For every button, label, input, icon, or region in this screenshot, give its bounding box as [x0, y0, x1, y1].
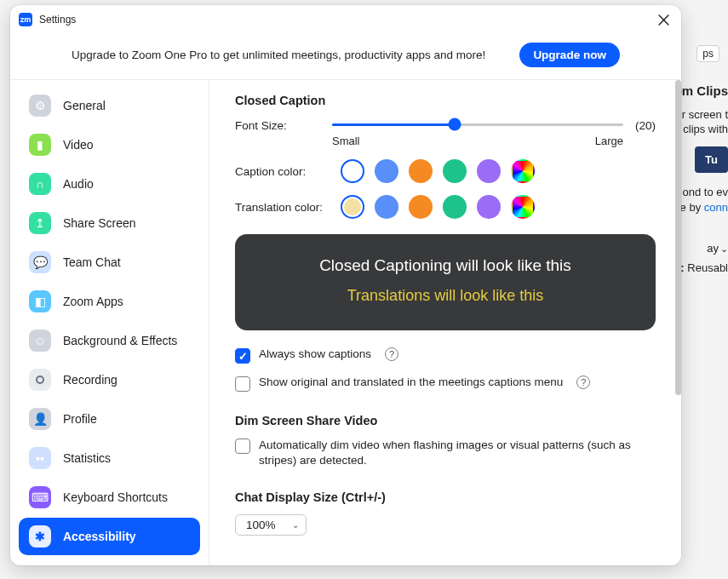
- settings-window: zm Settings Upgrade to Zoom One Pro to g…: [10, 5, 681, 565]
- bg-clips-tab: om Clips: [674, 83, 728, 98]
- sidebar-item-background-effects[interactable]: ☺Background & Effects: [19, 322, 200, 359]
- bg-reusable: t: Reusabl: [677, 261, 728, 274]
- preview-translation-text: Translations will look like this: [252, 287, 639, 305]
- swatch-yellow[interactable]: [341, 195, 364, 219]
- chat-icon: 💬: [29, 251, 51, 273]
- swatch-blue[interactable]: [375, 159, 398, 183]
- sidebar-item-video[interactable]: ▮Video: [19, 126, 200, 163]
- keyboard-icon: ⌨: [29, 486, 51, 508]
- slider-thumb[interactable]: [448, 118, 461, 131]
- font-size-label: Font Size:: [235, 118, 320, 132]
- caption-color-label: Caption color:: [235, 165, 329, 178]
- swatch-custom[interactable]: [511, 195, 535, 219]
- sidebar-item-profile[interactable]: 👤Profile: [19, 400, 200, 438]
- bg-text-2b: e by conn: [680, 201, 728, 214]
- caption-preview: Closed Captioning will look like this Tr…: [235, 234, 656, 330]
- swatch-white[interactable]: [341, 159, 364, 183]
- swatch-violet[interactable]: [477, 159, 501, 183]
- chat-display-size-heading: Chat Display Size (Ctrl+/-): [235, 490, 656, 504]
- auto-dim-checkbox[interactable]: [235, 439, 250, 454]
- statistics-icon: ▪▪: [29, 447, 51, 469]
- swatch-teal[interactable]: [443, 159, 467, 183]
- zoom-icon: zm: [19, 13, 32, 26]
- translation-color-label: Translation color:: [235, 201, 329, 214]
- upgrade-button[interactable]: Upgrade now: [519, 43, 620, 67]
- font-size-slider[interactable]: [332, 118, 623, 131]
- bg-text-1b: clips with: [683, 123, 728, 135]
- swatch-orange[interactable]: [409, 195, 433, 219]
- dim-screen-share-heading: Dim Screen Share Video: [235, 414, 656, 427]
- titlebar: zm Settings: [10, 5, 681, 32]
- sidebar-item-recording[interactable]: Recording: [19, 361, 200, 398]
- sidebar-item-share-screen[interactable]: ↥Share Screen: [19, 204, 200, 242]
- always-show-captions-checkbox[interactable]: [235, 348, 250, 364]
- bg-text-2a: ond to ev: [683, 186, 729, 198]
- bg-day[interactable]: ay⌄: [707, 242, 728, 255]
- apps-icon: ◧: [29, 290, 51, 312]
- headphones-icon: ∩: [29, 173, 51, 195]
- closed-caption-heading: Closed Caption: [235, 94, 656, 107]
- content-pane: Closed Caption Font Size: Small Large (2…: [209, 80, 681, 565]
- help-icon[interactable]: ?: [385, 347, 398, 361]
- slider-min-label: Small: [332, 135, 360, 147]
- sidebar-item-zoom-apps[interactable]: ◧Zoom Apps: [19, 283, 200, 320]
- video-icon: ▮: [29, 134, 51, 156]
- bg-text-1a: r screen t: [682, 108, 728, 121]
- sidebar-item-label: Video: [63, 138, 94, 152]
- slider-max-label: Large: [595, 135, 623, 147]
- chat-display-size-value: 100%: [246, 519, 276, 531]
- auto-dim-label: Automatically dim video when flashing im…: [259, 438, 656, 468]
- font-size-value: (20): [635, 118, 656, 132]
- profile-icon: 👤: [29, 408, 51, 430]
- bg-button[interactable]: Tu: [695, 146, 728, 173]
- swatch-blue[interactable]: [375, 195, 398, 219]
- share-screen-icon: ↥: [29, 212, 51, 234]
- sidebar-item-general[interactable]: ⚙General: [19, 87, 200, 124]
- swatch-violet[interactable]: [477, 195, 501, 219]
- sidebar-item-label: Audio: [63, 177, 94, 191]
- window-title: Settings: [39, 14, 76, 26]
- always-show-captions-label: Always show captions: [259, 347, 371, 360]
- gear-icon: ⚙: [29, 95, 51, 117]
- sidebar-item-label: Team Chat: [63, 255, 121, 269]
- upgrade-banner: Upgrade to Zoom One Pro to get unlimited…: [10, 32, 681, 80]
- close-button[interactable]: [654, 10, 673, 29]
- sidebar-item-accessibility[interactable]: ✱Accessibility: [19, 518, 200, 555]
- swatch-teal[interactable]: [443, 195, 467, 219]
- banner-text: Upgrade to Zoom One Pro to get unlimited…: [72, 49, 485, 61]
- swatch-orange[interactable]: [409, 159, 433, 183]
- sidebar-item-label: Zoom Apps: [63, 295, 123, 308]
- chat-display-size-select[interactable]: 100% ⌄: [235, 514, 307, 536]
- caption-color-swatches: [341, 159, 535, 183]
- sidebar-item-label: Keyboard Shortcuts: [63, 490, 168, 504]
- sidebar-item-team-chat[interactable]: 💬Team Chat: [19, 244, 200, 281]
- show-original-translated-checkbox[interactable]: [235, 376, 250, 392]
- sidebar-item-label: Background & Effects: [63, 334, 177, 347]
- translation-color-swatches: [341, 195, 535, 219]
- chevron-down-icon: ⌄: [292, 520, 299, 530]
- sidebar-item-label: Recording: [63, 373, 118, 387]
- show-original-translated-label: Show original and translated in the meet…: [259, 375, 563, 388]
- recording-icon: [29, 369, 51, 391]
- help-icon[interactable]: ?: [576, 375, 590, 389]
- close-icon: [658, 14, 669, 26]
- bg-badge: ps: [696, 45, 719, 62]
- sidebar-item-label: Profile: [63, 412, 97, 426]
- sidebar-item-label: Share Screen: [63, 216, 136, 230]
- accessibility-icon: ✱: [29, 525, 51, 547]
- sidebar-item-label: General: [63, 99, 106, 112]
- sidebar-item-keyboard-shortcuts[interactable]: ⌨Keyboard Shortcuts: [19, 479, 200, 516]
- scrollbar[interactable]: [675, 80, 681, 395]
- preview-caption-text: Closed Captioning will look like this: [252, 256, 639, 275]
- sidebar-item-audio[interactable]: ∩Audio: [19, 165, 200, 203]
- sidebar-item-statistics[interactable]: ▪▪Statistics: [19, 439, 200, 477]
- sidebar-item-label: Accessibility: [63, 530, 136, 543]
- swatch-custom[interactable]: [511, 159, 535, 183]
- settings-sidebar: ⚙General ▮Video ∩Audio ↥Share Screen 💬Te…: [10, 80, 209, 565]
- sidebar-item-label: Statistics: [63, 451, 111, 465]
- background-icon: ☺: [29, 330, 51, 352]
